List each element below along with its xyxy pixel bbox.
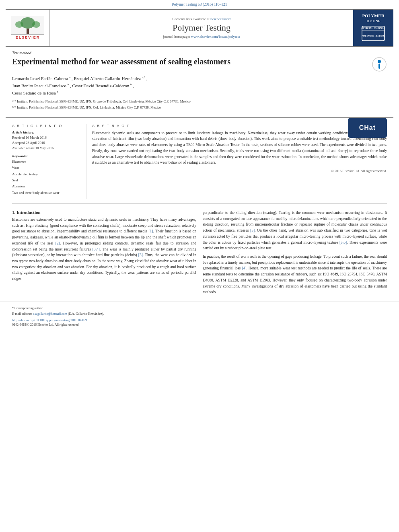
page: Polymer Testing 53 (2016) 116–121 ELSEVI… bbox=[0, 0, 399, 532]
badge-line1: POLYMER bbox=[361, 13, 385, 18]
email-suffix: (E.A. Gallardo-Hernández). bbox=[68, 312, 104, 316]
svg-rect-13 bbox=[378, 64, 380, 69]
ref-5-6: [5,6] bbox=[339, 240, 347, 244]
article-info-title: A R T I C L E I N F O bbox=[12, 124, 80, 128]
sup-a1: a bbox=[69, 76, 70, 79]
aff-a-text: ᵃ Instituto Politécnico Nacional, SEPI-E… bbox=[14, 99, 191, 104]
copyright: © 2016 Elsevier Ltd. All rights reserved… bbox=[92, 169, 387, 173]
article-history: Article history: Received 16 March 2016 … bbox=[12, 130, 80, 151]
ref-5: [5] bbox=[250, 228, 255, 232]
affiliation-b: b ᵇ Instituto Politécnico Nacional, SEPI… bbox=[12, 105, 387, 110]
available-date: Available online 18 May 2016 bbox=[12, 146, 80, 151]
sup-b2: b bbox=[130, 83, 132, 86]
doi-line: http://dx.doi.org/10.1016/j.polymertesti… bbox=[12, 318, 387, 322]
history-title: Article history: bbox=[12, 130, 80, 134]
journal-homepage: journal homepage: www.elsevier.com/locat… bbox=[163, 35, 240, 39]
homepage-url[interactable]: www.elsevier.com/locate/polytest bbox=[191, 35, 240, 39]
sciencedirect-link[interactable]: ScienceDirect bbox=[210, 17, 230, 21]
elsevier-logo-area: ELSEVIER bbox=[6, 10, 50, 46]
badge-graphic: OFFICIAL JOURNAL POLYMER TESTING bbox=[361, 25, 385, 41]
svg-text:ELSEVIER: ELSEVIER bbox=[15, 35, 40, 39]
abstract-body-divider bbox=[12, 203, 387, 203]
svg-rect-4 bbox=[27, 29, 29, 34]
body-left-col: 1. Introduction Elastomers are extensive… bbox=[12, 210, 196, 298]
sup-a2: a,* bbox=[142, 76, 145, 79]
journal-badge-right: POLYMER TESTING OFFICIAL JOURNAL POLYMER… bbox=[353, 10, 393, 46]
keyword-1: Elastomer bbox=[12, 159, 80, 165]
chat-button[interactable]: CHat bbox=[348, 118, 387, 138]
corresponding-author: * Corresponding author. bbox=[12, 306, 387, 311]
sup-b1: b bbox=[68, 83, 69, 86]
chat-button-label: CHat bbox=[359, 124, 376, 131]
corresponding-label: * Corresponding author. bbox=[12, 306, 43, 310]
elsevier-logo-svg: ELSEVIER bbox=[11, 16, 44, 40]
email-label: E-mail address: bbox=[12, 312, 32, 316]
sup-a3: a bbox=[57, 90, 58, 93]
svg-rect-5 bbox=[11, 34, 44, 35]
keyword-3: Accelerated testing bbox=[12, 171, 80, 177]
intro-para1: Elastomers are extensively used to manuf… bbox=[12, 217, 196, 282]
aff-super-b: b bbox=[12, 105, 14, 109]
svg-text:OFFICIAL JOURNAL: OFFICIAL JOURNAL bbox=[361, 27, 385, 29]
aff-super-a: a bbox=[12, 99, 14, 103]
body-section: 1. Introduction Elastomers are extensive… bbox=[0, 206, 399, 298]
authors-list: Leonardo Israel Farfán-Cabrera a , Ezequ… bbox=[12, 75, 387, 97]
article-info-col: A R T I C L E I N F O Article history: R… bbox=[12, 124, 86, 199]
abstract-text: Elastomeric dynamic seals are components… bbox=[92, 130, 387, 166]
ref-3b: [3] bbox=[138, 253, 143, 257]
keyword-5: Abrasion bbox=[12, 183, 80, 189]
citation-text: Polymer Testing 53 (2016) 116–121 bbox=[172, 2, 227, 6]
footer: * Corresponding author. E-mail address: … bbox=[0, 302, 399, 329]
polymer-testing-badge: POLYMER TESTING OFFICIAL JOURNAL POLYMER… bbox=[361, 13, 385, 43]
aff-b-text: ᵇ Instituto Politécnico Nacional, SEPI-E… bbox=[14, 105, 161, 110]
issn-line: 0142-9418/© 2016 Elsevier Ltd. All right… bbox=[12, 323, 387, 327]
article-title-text: Experimental method for wear assessment … bbox=[12, 57, 368, 67]
affiliations: a ᵃ Instituto Politécnico Nacional, SEPI… bbox=[12, 99, 387, 110]
abstract-title: A B S T R A C T bbox=[92, 124, 387, 128]
abstract-col: A B S T R A C T Elastomeric dynamic seal… bbox=[86, 124, 387, 199]
article-type: Test method bbox=[12, 51, 387, 55]
keyword-6: Two and three-body abrasive wear bbox=[12, 190, 80, 196]
article-header: Test method Experimental method for wear… bbox=[0, 47, 399, 115]
badge-line2: TESTING bbox=[361, 19, 385, 23]
svg-point-12 bbox=[378, 60, 381, 63]
journal-title: Polymer Testing bbox=[173, 23, 230, 33]
ref-1: [1] bbox=[148, 229, 153, 233]
doi-link[interactable]: http://dx.doi.org/10.1016/j.polymertesti… bbox=[12, 318, 88, 322]
svg-point-3 bbox=[32, 21, 40, 28]
email-line: E-mail address: e.a.gallardo@hotmail.com… bbox=[12, 312, 387, 316]
ref-4b: [4] bbox=[242, 266, 246, 270]
keywords-group: Keywords: Elastomer Wear Accelerated tes… bbox=[12, 154, 80, 196]
svg-point-2 bbox=[15, 21, 23, 28]
received-date: Received 16 March 2016 bbox=[12, 135, 80, 140]
journal-header: ELSEVIER Contents lists available at Sci… bbox=[6, 9, 393, 47]
intro-heading: 1. Introduction bbox=[12, 210, 196, 215]
journal-center: Contents lists available at ScienceDirec… bbox=[50, 10, 353, 46]
contents-line: Contents lists available at ScienceDirec… bbox=[173, 17, 231, 21]
journal-citation: Polymer Testing 53 (2016) 116–121 bbox=[0, 0, 399, 8]
contents-text: Contents lists available at bbox=[173, 17, 210, 21]
svg-text:POLYMER TESTING: POLYMER TESTING bbox=[362, 35, 385, 37]
affiliation-a: a ᵃ Instituto Politécnico Nacional, SEPI… bbox=[12, 99, 387, 104]
header-divider bbox=[6, 117, 393, 118]
accepted-date: Accepted 28 April 2016 bbox=[12, 140, 80, 146]
keyword-2: Wear bbox=[12, 165, 80, 171]
ref-3-4: [3,4] bbox=[93, 247, 100, 251]
intro-para3: In practice, the result of worn seals is… bbox=[203, 254, 387, 295]
intro-para2: perpendicular to the sliding direction (… bbox=[203, 210, 387, 251]
keyword-list: Elastomer Wear Accelerated testing Seal … bbox=[12, 159, 80, 196]
keyword-4: Seal bbox=[12, 177, 80, 183]
article-title-area: Experimental method for wear assessment … bbox=[12, 57, 387, 72]
body-two-col: 1. Introduction Elastomers are extensive… bbox=[12, 210, 387, 298]
homepage-label: journal homepage: bbox=[163, 35, 190, 39]
email-link[interactable]: e.a.gallardo@hotmail.com bbox=[33, 312, 67, 316]
keywords-title: Keywords: bbox=[12, 154, 80, 158]
article-info-abstract: A R T I C L E I N F O Article history: R… bbox=[0, 121, 399, 199]
crossmark-icon bbox=[372, 57, 387, 72]
body-right-col: perpendicular to the sliding direction (… bbox=[203, 210, 387, 298]
ref-2: [2] bbox=[56, 241, 60, 245]
